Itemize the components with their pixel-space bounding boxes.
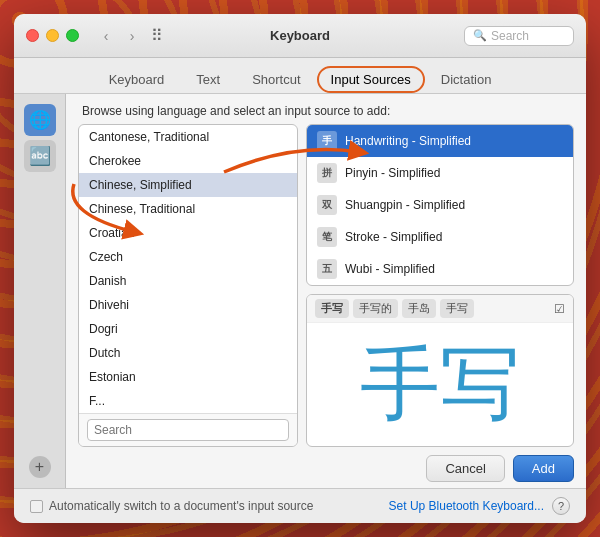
language-search-input[interactable] [87,419,289,441]
preview-area: 手写 手写的 手岛 手写 ☑ 手写 [306,294,574,447]
lang-item-f[interactable]: F... [79,389,297,413]
back-button[interactable]: ‹ [95,25,117,47]
lang-item-czech[interactable]: Czech [79,245,297,269]
auto-switch-checkbox[interactable] [30,500,43,513]
input-label-pinyin: Pinyin - Simplified [345,166,440,180]
tab-input-sources[interactable]: Input Sources [317,66,425,93]
preview-chip-3[interactable]: 手写 [440,299,474,318]
maximize-button[interactable] [66,29,79,42]
app-grid-icon: ⠿ [151,26,163,45]
lang-item-dutch[interactable]: Dutch [79,341,297,365]
content-area: 🌐 🔤 + Browse using language and select a… [14,93,586,488]
language-list: Cantonese, Traditional Cherokee Chinese,… [79,125,297,413]
sidebar-add-button[interactable]: + [29,456,51,478]
lang-item-danish[interactable]: Danish [79,269,297,293]
dialog-overlay: 🌐 🔤 + Browse using language and select a… [14,94,586,488]
panels-container: Cantonese, Traditional Cherokee Chinese,… [66,124,586,447]
add-button[interactable]: Add [513,455,574,482]
lang-item-estonian[interactable]: Estonian [79,365,297,389]
preview-content: 手写 [307,323,573,446]
titlebar: ‹ › ⠿ Keyboard 🔍 Search [14,14,586,58]
dialog-buttons: Cancel Add [66,447,586,490]
right-panel: 手 Handwriting - Simplified 拼 Pinyin - Si… [306,124,574,447]
preview-check-icon: ☑ [554,302,565,316]
input-label-shuangpin: Shuangpin - Simplified [345,198,465,212]
auto-switch-label: Automatically switch to a document's inp… [49,499,313,513]
forward-button[interactable]: › [121,25,143,47]
titlebar-search[interactable]: 🔍 Search [464,26,574,46]
main-window: ‹ › ⠿ Keyboard 🔍 Search Keyboard Text Sh… [14,14,586,523]
input-icon-pinyin: 拼 [317,163,337,183]
lang-item-cantonese[interactable]: Cantonese, Traditional [79,125,297,149]
browse-label: Browse using language and select an inpu… [66,94,586,124]
lang-item-chinese-traditional[interactable]: Chinese, Traditional [79,197,297,221]
minimize-button[interactable] [46,29,59,42]
preview-chip-0[interactable]: 手写 [315,299,349,318]
sidebar-icon-globe[interactable]: 🌐 [24,104,56,136]
lang-item-croatian[interactable]: Croatian [79,221,297,245]
search-placeholder: Search [491,29,529,43]
input-label-stroke: Stroke - Simplified [345,230,442,244]
traffic-lights [26,29,79,42]
input-item-pinyin[interactable]: 拼 Pinyin - Simplified [307,157,573,189]
window-title: Keyboard [270,28,330,43]
preview-toolbar: 手写 手写的 手岛 手写 ☑ [307,295,573,323]
setup-bluetooth-button[interactable]: Set Up Bluetooth Keyboard... [389,499,544,513]
input-item-wubi[interactable]: 五 Wubi - Simplified [307,253,573,285]
input-icon-wubi: 五 [317,259,337,279]
nav-buttons: ‹ › [95,25,143,47]
tab-keyboard[interactable]: Keyboard [93,66,181,93]
input-icon-shuangpin: 双 [317,195,337,215]
input-label-wubi: Wubi - Simplified [345,262,435,276]
sidebar-icon-text[interactable]: 🔤 [24,140,56,172]
lang-item-dogri[interactable]: Dogri [79,317,297,341]
bottom-right-controls: Set Up Bluetooth Keyboard... ? [389,497,570,515]
tab-shortcut[interactable]: Shortcut [236,66,316,93]
tab-dictation[interactable]: Dictation [425,66,508,93]
input-icon-stroke: 笔 [317,227,337,247]
input-item-stroke[interactable]: 笔 Stroke - Simplified [307,221,573,253]
input-label-handwriting: Handwriting - Simplified [345,134,471,148]
input-item-handwriting[interactable]: 手 Handwriting - Simplified [307,125,573,157]
help-button[interactable]: ? [552,497,570,515]
main-area: Browse using language and select an inpu… [66,94,586,490]
tab-text[interactable]: Text [180,66,236,93]
input-icon-handwriting: 手 [317,131,337,151]
input-item-shuangpin[interactable]: 双 Shuangpin - Simplified [307,189,573,221]
language-search-bar [79,413,297,446]
auto-switch-container: Automatically switch to a document's inp… [30,499,313,513]
search-icon: 🔍 [473,29,487,42]
input-sources-list: 手 Handwriting - Simplified 拼 Pinyin - Si… [306,124,574,286]
lang-item-chinese-simplified[interactable]: Chinese, Simplified [79,173,297,197]
preview-chip-1[interactable]: 手写的 [353,299,398,318]
close-button[interactable] [26,29,39,42]
sidebar: 🌐 🔤 + [14,94,66,488]
preview-chip-2[interactable]: 手岛 [402,299,436,318]
lang-item-dhivehi[interactable]: Dhivehi [79,293,297,317]
lang-item-cherokee[interactable]: Cherokee [79,149,297,173]
tab-bar: Keyboard Text Shortcut Input Sources Dic… [14,58,586,93]
cancel-button[interactable]: Cancel [426,455,504,482]
language-list-container: Cantonese, Traditional Cherokee Chinese,… [78,124,298,447]
bottom-bar: Automatically switch to a document's inp… [14,488,586,523]
preview-character: 手写 [360,331,520,439]
